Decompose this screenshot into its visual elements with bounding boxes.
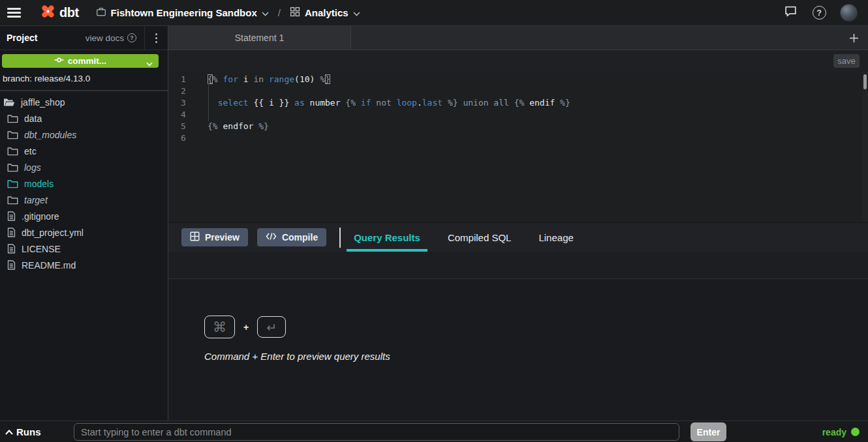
view-docs-link[interactable]: view docs ? [85, 33, 136, 43]
new-tab-button[interactable] [839, 26, 868, 50]
breadcrumb-separator: / [278, 7, 281, 18]
git-section: commit... branch: release/4.13.0 [0, 50, 168, 91]
sidebar-header: Project view docs ? [0, 26, 168, 50]
results-content: ⌘ + ↵ Command + Enter to preview query r… [168, 279, 868, 420]
editor-scrollbar-thumb[interactable] [863, 74, 867, 89]
results-tab-compiled-sql[interactable]: Compiled SQL [448, 223, 512, 252]
file-explorer-sidebar: Project view docs ? [0, 26, 168, 420]
shortcut-hint: ⌘ + ↵ [204, 316, 868, 338]
dbt-cloud-ide: dbt Fishtown Engineering Sandbox / [0, 0, 868, 442]
tree-item-dbt-modules[interactable]: dbt_modules [0, 126, 168, 143]
editor-action-strip: save [168, 50, 868, 72]
folder-icon [7, 196, 18, 205]
command-bar: Runs Enter ready [0, 420, 868, 442]
table-icon [190, 231, 200, 243]
project-switcher[interactable]: Analytics [290, 7, 360, 20]
file-icon [7, 228, 16, 237]
editor-column: Statement 1 save 1{% for i in range(10) … [168, 26, 868, 420]
folder-icon [7, 179, 18, 188]
project-name: Analytics [305, 7, 349, 18]
feedback-button[interactable] [783, 5, 798, 21]
editor-scrollbar[interactable] [862, 72, 868, 222]
tree-item-label: README.md [22, 260, 76, 271]
results-tab-lineage[interactable]: Lineage [538, 223, 573, 252]
tree-item-label: models [24, 179, 54, 189]
tree-item-label: dbt_modules [24, 130, 76, 140]
enter-button[interactable]: Enter [690, 422, 726, 441]
preview-button[interactable]: Preview [181, 228, 248, 246]
hamburger-menu-button[interactable] [0, 0, 27, 25]
user-avatar[interactable] [840, 4, 858, 22]
code-line-3: 3 select {{ i }} as number {% if not loo… [168, 97, 868, 109]
line-number: 3 [168, 97, 198, 109]
chevron-down-icon [353, 7, 360, 19]
tab-statement-1[interactable]: Statement 1 [168, 26, 351, 50]
line-number: 1 [168, 74, 198, 85]
tree-item-jaffle-shop[interactable]: jaffle_shop [0, 94, 168, 110]
status-label: ready [822, 427, 846, 437]
status-dot-icon [851, 428, 860, 436]
main-area: Project view docs ? [0, 26, 868, 420]
help-circle-icon: ? [127, 33, 136, 42]
tree-item-readme-md[interactable]: README.md [0, 257, 168, 273]
results-subheader [168, 252, 868, 279]
chevron-up-icon [5, 426, 13, 437]
commit-button[interactable]: commit... [2, 54, 159, 68]
commit-button-label: commit... [68, 56, 106, 66]
folder-open-icon [3, 98, 15, 107]
tree-item-label: dbt_project.yml [22, 228, 84, 238]
grid-icon [290, 7, 300, 20]
tree-item-license[interactable]: LICENSE [0, 241, 168, 257]
briefcase-icon [96, 7, 106, 20]
toolbar-divider [339, 228, 341, 248]
chevron-down-icon [146, 59, 153, 68]
plus-separator: + [243, 322, 249, 332]
sidebar-menu-button[interactable] [144, 26, 168, 50]
compile-button[interactable]: Compile [257, 228, 326, 246]
tree-item-data[interactable]: data [0, 110, 168, 126]
code-icon [266, 232, 277, 243]
chat-bubble-icon [784, 5, 798, 21]
help-button[interactable]: ? [811, 5, 827, 21]
line-number: 2 [168, 85, 198, 97]
line-number: 4 [168, 109, 198, 121]
line-number: 5 [168, 121, 198, 132]
chevron-down-icon [262, 7, 269, 19]
save-button-label: save [837, 56, 855, 66]
tree-item-models[interactable]: models [0, 175, 168, 192]
dbt-logo[interactable]: dbt [39, 3, 79, 23]
code-line-6: 6 [168, 132, 868, 144]
tree-item-logs[interactable]: logs [0, 159, 168, 175]
shortcut-hint-text: Command + Enter to preview query results [204, 351, 868, 362]
tree-item-target[interactable]: target [0, 192, 168, 208]
tree-item-etc[interactable]: etc [0, 143, 168, 159]
hamburger-icon [7, 6, 21, 20]
save-button[interactable]: save [833, 54, 860, 68]
account-switcher[interactable]: Fishtown Engineering Sandbox [96, 7, 269, 20]
plus-icon [849, 33, 859, 43]
tree-item-label: .gitignore [22, 211, 59, 222]
top-bar: dbt Fishtown Engineering Sandbox / [0, 0, 868, 26]
branch-label: branch: release/4.13.0 [3, 74, 168, 83]
results-tab-query-results[interactable]: Query Results [354, 223, 420, 252]
code-line-1: 1{% for i in range(10) %} [168, 74, 868, 85]
tree-item-label: etc [24, 146, 37, 156]
dbt-command-input[interactable] [74, 423, 679, 441]
dbt-logo-icon [39, 3, 57, 23]
code-editor[interactable]: 1{% for i in range(10) %}23 select {{ i … [168, 72, 868, 222]
status-indicator: ready [822, 421, 860, 442]
sidebar-divider [0, 90, 168, 91]
folder-icon [7, 147, 18, 156]
compile-button-label: Compile [282, 232, 318, 243]
tree-item--gitignore[interactable]: .gitignore [0, 208, 168, 224]
runs-panel-toggle[interactable]: Runs [5, 426, 41, 437]
tab-label: Statement 1 [235, 33, 285, 43]
code-line-5: 5{% endfor %} [168, 121, 868, 132]
command-key-icon: ⌘ [204, 316, 235, 338]
tree-item-dbt-project-yml[interactable]: dbt_project.yml [0, 224, 168, 241]
file-icon [7, 244, 16, 254]
runs-label: Runs [16, 426, 41, 437]
enter-button-label: Enter [697, 427, 721, 437]
folder-icon [7, 163, 18, 172]
results-toolbar: Preview Compile Query ResultsCompiled SQ… [168, 222, 868, 252]
